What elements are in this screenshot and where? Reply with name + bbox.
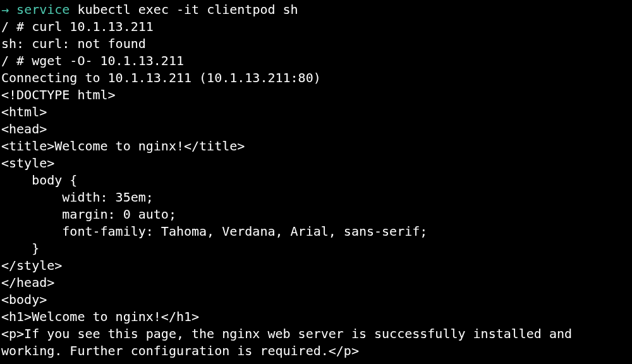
curl-error: sh: curl: not found [1,35,631,52]
h1-tag: <h1>Welcome to nginx!</h1> [1,308,631,325]
head-open: <head> [1,121,631,138]
style-close: </style> [1,257,631,274]
prompt-directory: service [16,2,70,17]
wget-connecting: Connecting to 10.1.13.211 (10.1.13.211:8… [1,70,631,87]
head-close: </head> [1,274,631,291]
style-open: <style> [1,155,631,172]
p-tag-line2: working. Further configuration is requir… [1,343,631,360]
p-tag-line1: <p>If you see this page, the nginx web s… [1,325,631,343]
title-tag: <title>Welcome to nginx!</title> [1,138,631,155]
command-line-1: → service kubectl exec -it clientpod sh [1,1,631,18]
kubectl-command: kubectl exec -it clientpod sh [70,2,298,17]
shell-prompt-wget: / # wget -O- 10.1.13.211 [1,52,631,70]
body-open: <body> [1,291,631,308]
css-width: width: 35em; [1,189,631,206]
css-body-open: body { [1,172,631,189]
css-body-close: } [1,240,631,257]
shell-prompt-curl: / # curl 10.1.13.211 [1,18,631,35]
prompt-arrow-icon: → [1,2,16,17]
html-doctype: <!DOCTYPE html> [1,87,631,104]
css-margin: margin: 0 auto; [1,206,631,223]
html-open: <html> [1,104,631,121]
css-font-family: font-family: Tahoma, Verdana, Arial, san… [1,223,631,240]
terminal-window[interactable]: → service kubectl exec -it clientpod sh … [1,1,631,360]
